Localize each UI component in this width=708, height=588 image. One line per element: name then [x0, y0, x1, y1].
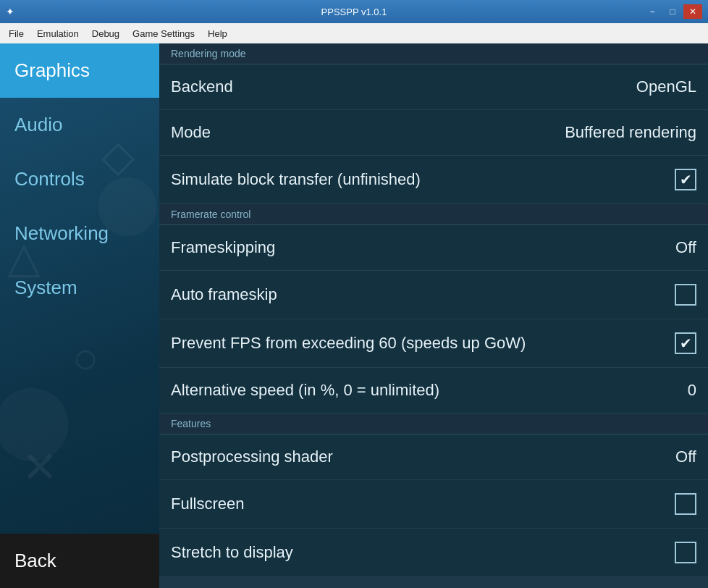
sidebar-item-networking[interactable]: Networking [0, 206, 159, 261]
checkbox-prevent-fps[interactable]: ✔ [675, 332, 696, 354]
checkbox-stretch[interactable] [675, 542, 696, 563]
setting-mode[interactable]: Mode Buffered rendering [159, 110, 708, 156]
checkbox-auto-frameskip[interactable] [675, 284, 696, 306]
menu-help[interactable]: Help [202, 26, 233, 41]
setting-frameskipping[interactable]: Frameskipping Off [159, 225, 708, 271]
setting-prevent-fps-label: Prevent FPS from exceeding 60 (speeds up… [171, 334, 526, 353]
setting-postprocessing-label: Postprocessing shader [171, 448, 333, 466]
setting-alternative-speed-label: Alternative speed (in %, 0 = unlimited) [171, 381, 439, 400]
setting-backend-value: OpenGL [636, 77, 696, 96]
maximize-button[interactable]: □ [663, 4, 682, 19]
setting-stretch-to-display[interactable]: Stretch to display [159, 529, 708, 577]
sidebar-item-graphics[interactable]: Graphics [0, 43, 159, 98]
setting-auto-frameskip[interactable]: Auto frameskip [159, 271, 708, 319]
setting-stretch-label: Stretch to display [171, 543, 293, 562]
window-controls: − □ ✕ [643, 4, 702, 19]
sidebar-item-audio[interactable]: Audio [0, 98, 159, 152]
setting-simulate-block-label: Simulate block transfer (unfinished) [171, 170, 421, 189]
menu-debug[interactable]: Debug [86, 26, 125, 41]
content-area: Rendering mode Backend OpenGL Mode Buffe… [159, 43, 708, 588]
setting-fullscreen-label: Fullscreen [171, 495, 244, 513]
menu-game-settings[interactable]: Game Settings [127, 26, 201, 41]
setting-auto-frameskip-label: Auto frameskip [171, 285, 277, 304]
setting-alternative-speed-value: 0 [688, 381, 696, 400]
sidebar-nav: Graphics Audio Controls Networking Syste… [0, 43, 159, 534]
setting-frameskipping-label: Frameskipping [171, 238, 275, 257]
setting-mode-value: Buffered rendering [565, 123, 696, 142]
minimize-button[interactable]: − [643, 4, 662, 19]
setting-backend[interactable]: Backend OpenGL [159, 64, 708, 110]
sidebar-item-controls[interactable]: Controls [0, 152, 159, 206]
setting-postprocessing-shader[interactable]: Postprocessing shader Off [159, 434, 708, 480]
setting-frameskipping-value: Off [675, 238, 696, 257]
setting-fullscreen[interactable]: Fullscreen [159, 480, 708, 529]
app-logo: ✦ [6, 6, 14, 17]
setting-mode-label: Mode [171, 123, 211, 142]
close-button[interactable]: ✕ [683, 4, 702, 19]
title-bar: ✦ PPSSPP v1.0.1 − □ ✕ [0, 0, 708, 23]
sidebar-item-system[interactable]: System [0, 261, 159, 315]
section-framerate-control: Framerate control [159, 204, 708, 225]
menu-bar: File Emulation Debug Game Settings Help [0, 23, 708, 43]
section-rendering-mode: Rendering mode [159, 43, 708, 64]
checkbox-simulate-block[interactable]: ✔ [675, 169, 696, 190]
main-layout: ◇ △ ○ ✕ Graphics Audio Controls Networki… [0, 43, 708, 588]
sidebar: ◇ △ ○ ✕ Graphics Audio Controls Networki… [0, 43, 159, 588]
menu-file[interactable]: File [3, 26, 30, 41]
setting-backend-label: Backend [171, 77, 233, 96]
checkbox-fullscreen[interactable] [675, 493, 696, 515]
setting-postprocessing-value: Off [675, 448, 696, 466]
menu-emulation[interactable]: Emulation [31, 26, 85, 41]
back-button[interactable]: Back [0, 534, 159, 588]
section-features: Features [159, 413, 708, 434]
setting-alternative-speed[interactable]: Alternative speed (in %, 0 = unlimited) … [159, 368, 708, 413]
app-title: PPSSPP v1.0.1 [321, 7, 387, 17]
setting-prevent-fps[interactable]: Prevent FPS from exceeding 60 (speeds up… [159, 319, 708, 368]
setting-simulate-block-transfer[interactable]: Simulate block transfer (unfinished) ✔ [159, 156, 708, 204]
